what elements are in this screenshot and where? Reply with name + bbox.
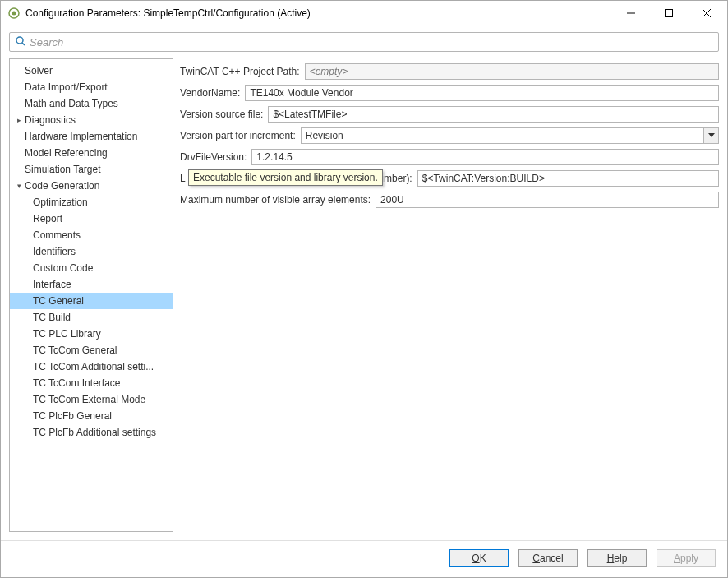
sidebar-item-label: Custom Code bbox=[33, 262, 93, 274]
row-load-repl: L Executable file version and library ve… bbox=[180, 170, 719, 187]
input-load-repl[interactable] bbox=[417, 170, 719, 187]
sidebar-item-label: Data Import/Export bbox=[25, 81, 108, 93]
sidebar-item-data-import-export[interactable]: Data Import/Export bbox=[10, 79, 173, 95]
sidebar-item-tc-plcfb-additional-settings[interactable]: TC PlcFb Additional settings bbox=[10, 424, 173, 441]
sidebar-item-label: Hardware Implementation bbox=[25, 131, 137, 142]
sidebar-item-label: TC TcCom External Mode bbox=[33, 394, 145, 405]
tree-caret-icon[interactable]: ▾ bbox=[15, 182, 23, 190]
svg-rect-3 bbox=[666, 10, 673, 17]
sidebar-item-hardware-implementation[interactable]: Hardware Implementation bbox=[10, 128, 173, 145]
combo-version-part-button[interactable] bbox=[703, 128, 718, 143]
maximize-button[interactable] bbox=[650, 1, 688, 25]
sidebar-item-custom-code[interactable]: Custom Code bbox=[10, 260, 173, 276]
sidebar-item-simulation-target[interactable]: Simulation Target bbox=[10, 161, 173, 178]
app-icon bbox=[7, 7, 21, 20]
window-title: Configuration Parameters: SimpleTempCtrl… bbox=[25, 7, 612, 19]
label-drv-file-version: DrvFileVersion: bbox=[180, 151, 247, 163]
sidebar-item-interface[interactable]: Interface bbox=[10, 276, 173, 293]
search-bar bbox=[1, 25, 727, 58]
sidebar-item-label: Simulation Target bbox=[25, 164, 101, 175]
sidebar-item-diagnostics[interactable]: ▸Diagnostics bbox=[10, 112, 173, 128]
sidebar-item-label: Identifiers bbox=[33, 246, 76, 257]
titlebar: Configuration Parameters: SimpleTempCtrl… bbox=[1, 1, 727, 25]
svg-point-6 bbox=[16, 37, 23, 44]
svg-line-7 bbox=[22, 43, 25, 45]
ok-button[interactable]: OK bbox=[449, 549, 509, 567]
sidebar-item-comments[interactable]: Comments bbox=[10, 227, 173, 243]
input-version-source[interactable] bbox=[268, 106, 719, 123]
minimize-button[interactable] bbox=[612, 1, 650, 25]
tree-caret-icon[interactable]: ▸ bbox=[15, 116, 23, 124]
sidebar-item-label: TC General bbox=[33, 295, 84, 307]
sidebar-item-tc-plc-library[interactable]: TC PLC Library bbox=[10, 326, 173, 342]
row-max-visible: Maximum number of visible array elements… bbox=[180, 192, 719, 208]
sidebar-item-identifiers[interactable]: Identifiers bbox=[10, 243, 173, 260]
sidebar-item-math-and-data-types[interactable]: Math and Data Types bbox=[10, 95, 173, 112]
sidebar-item-label: TC Build bbox=[33, 312, 71, 323]
sidebar-item-label: Code Generation bbox=[25, 180, 99, 192]
row-version-source: Version source file: bbox=[180, 106, 719, 123]
sidebar-item-code-generation[interactable]: ▾Code Generation bbox=[10, 178, 173, 194]
input-max-visible[interactable] bbox=[376, 192, 719, 208]
footer-buttons: OK Cancel Help Apply bbox=[1, 540, 727, 577]
search-box[interactable] bbox=[9, 32, 719, 52]
sidebar-item-label: TC PlcFb Additional settings bbox=[33, 427, 156, 438]
sidebar-item-label: TC PLC Library bbox=[33, 328, 101, 340]
sidebar-item-label: Interface bbox=[33, 279, 71, 290]
sidebar-item-label: TC TcCom General bbox=[33, 344, 117, 356]
sidebar-item-label: Report bbox=[33, 213, 62, 224]
sidebar-item-tc-general[interactable]: TC General bbox=[10, 293, 173, 309]
sidebar-item-tc-tccom-external-mode[interactable]: TC TcCom External Mode bbox=[10, 391, 173, 408]
row-drv-file-version: DrvFileVersion: bbox=[180, 149, 719, 165]
help-button[interactable]: Help bbox=[587, 549, 647, 567]
combo-version-part[interactable]: Revision bbox=[301, 127, 719, 144]
sidebar-item-report[interactable]: Report bbox=[10, 210, 173, 227]
input-drv-file-version[interactable] bbox=[251, 149, 719, 165]
label-project-path: TwinCAT C++ Project Path: bbox=[180, 66, 300, 77]
label-version-source: Version source file: bbox=[180, 109, 263, 120]
apply-button: Apply bbox=[657, 549, 716, 567]
sidebar-item-label: TC PlcFb General bbox=[33, 410, 112, 422]
svg-marker-8 bbox=[708, 133, 715, 137]
label-version-part: Version part for increment: bbox=[180, 130, 296, 141]
sidebar-item-tc-tccom-additional-setti[interactable]: TC TcCom Additional setti... bbox=[10, 358, 173, 375]
sidebar-item-model-referencing[interactable]: Model Referencing bbox=[10, 145, 173, 161]
sidebar-item-tc-tccom-interface[interactable]: TC TcCom Interface bbox=[10, 375, 173, 391]
sidebar-item-label: Comments bbox=[33, 229, 81, 241]
sidebar-item-tc-plcfb-general[interactable]: TC PlcFb General bbox=[10, 408, 173, 424]
input-project-path bbox=[305, 63, 719, 80]
row-version-part: Version part for increment: Revision bbox=[180, 127, 719, 144]
sidebar-item-solver[interactable]: Solver bbox=[10, 62, 173, 79]
window-controls bbox=[612, 1, 726, 25]
sidebar-item-label: Optimization bbox=[33, 197, 88, 208]
combo-version-part-value: Revision bbox=[302, 130, 703, 141]
search-icon bbox=[15, 35, 26, 49]
sidebar-tree[interactable]: SolverData Import/ExportMath and Data Ty… bbox=[9, 58, 173, 532]
main-content: SolverData Import/ExportMath and Data Ty… bbox=[1, 58, 727, 540]
search-input[interactable] bbox=[30, 36, 713, 49]
cancel-button[interactable]: Cancel bbox=[518, 549, 578, 567]
sidebar-item-label: Math and Data Types bbox=[25, 98, 118, 109]
sidebar-item-tc-build[interactable]: TC Build bbox=[10, 309, 173, 326]
sidebar-item-label: TC TcCom Additional setti... bbox=[33, 361, 154, 372]
form-panel: TwinCAT C++ Project Path: VendorName: Ve… bbox=[180, 58, 719, 532]
sidebar-item-label: TC TcCom Interface bbox=[33, 377, 120, 389]
sidebar-item-label: Solver bbox=[25, 65, 53, 76]
label-vendor-name: VendorName: bbox=[180, 87, 240, 99]
row-project-path: TwinCAT C++ Project Path: bbox=[180, 63, 719, 80]
sidebar-item-optimization[interactable]: Optimization bbox=[10, 194, 173, 210]
sidebar-item-label: Diagnostics bbox=[25, 114, 76, 126]
sidebar-item-tc-tccom-general[interactable]: TC TcCom General bbox=[10, 342, 173, 358]
label-load-repl-prefix: L bbox=[180, 173, 186, 184]
label-max-visible: Maximum number of visible array elements… bbox=[180, 194, 371, 206]
sidebar-item-label: Model Referencing bbox=[25, 147, 108, 159]
input-vendor-name[interactable] bbox=[245, 85, 719, 101]
row-vendor-name: VendorName: bbox=[180, 85, 719, 101]
svg-point-1 bbox=[12, 11, 16, 15]
close-button[interactable] bbox=[688, 1, 726, 25]
tooltip-drv-file-version: Executable file version and library vers… bbox=[188, 169, 383, 186]
